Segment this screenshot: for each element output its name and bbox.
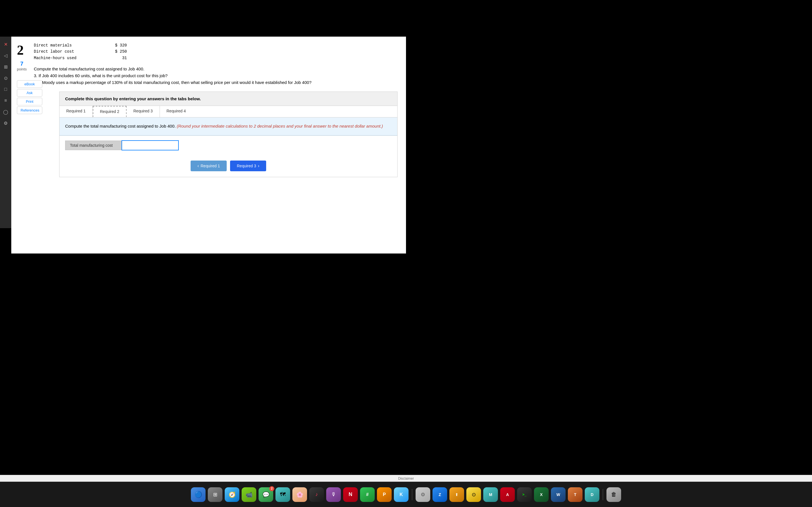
total-manufacturing-cost-input[interactable] (121, 140, 179, 151)
table-row: Direct labor cost $ 250 (34, 48, 398, 55)
ebook-button[interactable]: eBook (17, 80, 42, 88)
prev-arrow: ‹ (197, 163, 199, 168)
table-cell-value: $ 250 (104, 48, 127, 55)
points-section: 7 points (17, 61, 27, 71)
tab-required-1[interactable]: Required 1 (59, 106, 93, 117)
prev-button[interactable]: ‹ Required 1 (191, 161, 227, 171)
nav-buttons: ‹ Required 1 Required 3 › (59, 155, 397, 177)
tab-required-2[interactable]: Required 2 (93, 106, 127, 117)
question-line-1: Compute the total manufacturing cost ass… (34, 66, 398, 72)
back-icon[interactable]: ◁ (2, 52, 9, 59)
settings-icon[interactable]: ⚙ (2, 119, 9, 127)
question-panel-note: (Round your intermediate calculations to… (177, 124, 383, 128)
table-cell-value: 31 (104, 55, 127, 61)
data-table: Direct materials $ 320 Direct labor cost… (34, 42, 398, 61)
points-label: points (17, 67, 27, 71)
next-arrow: › (258, 163, 259, 168)
question-panel-main-text: Compute the total manufacturing cost ass… (65, 124, 175, 128)
top-bar (0, 0, 406, 37)
person-icon[interactable]: ◯ (2, 108, 9, 115)
main-content: 2 7 points Direct materials $ 320 Direct… (11, 37, 406, 253)
question-panel-main: Compute the total manufacturing cost ass… (65, 123, 392, 129)
book-icon[interactable]: □ (2, 86, 9, 93)
table-cell-value: $ 320 (104, 42, 127, 48)
question-panel: Compute the total manufacturing cost ass… (59, 117, 397, 135)
complete-instruction-box: Complete this question by entering your … (59, 92, 398, 106)
table-cell-label: Direct materials (34, 42, 101, 48)
grid-icon[interactable]: ⊞ (2, 63, 9, 70)
points-value: 7 (17, 61, 27, 67)
ask-button[interactable]: Ask (17, 89, 42, 97)
tab-required-3[interactable]: Required 3 (126, 106, 160, 117)
action-sidebar: eBook Ask Print References (17, 80, 42, 114)
tabs-container: Required 1 Required 2 Required 3 Require… (59, 106, 398, 177)
question-text: Compute the total manufacturing cost ass… (34, 66, 398, 86)
layers-icon[interactable]: ≡ (2, 97, 9, 104)
question-line-2: 3. If Job 400 includes 60 units, what is… (34, 72, 398, 79)
search-person-icon[interactable]: ⊙ (2, 74, 9, 82)
prev-label: Required 1 (201, 164, 220, 168)
content-wrapper: 2 7 points Direct materials $ 320 Direct… (11, 37, 406, 186)
answer-row: Total manufacturing cost (59, 135, 397, 155)
outer-sidebar: ✕ ◁ ⊞ ⊙ □ ≡ ◯ ⚙ (0, 37, 11, 228)
table-cell-label: Machine-hours used (34, 55, 101, 61)
close-icon[interactable]: ✕ (2, 41, 9, 48)
tabs-row: Required 1 Required 2 Required 3 Require… (59, 106, 397, 117)
complete-instruction-text: Complete this question by entering your … (65, 96, 201, 101)
table-row: Machine-hours used 31 (34, 55, 398, 61)
answer-label: Total manufacturing cost (65, 140, 121, 150)
question-number: 2 (17, 42, 24, 58)
question-line-3: 4. If Moody uses a markup percentage of … (34, 79, 398, 86)
table-cell-label: Direct labor cost (34, 48, 101, 55)
table-row: Direct materials $ 320 (34, 42, 398, 48)
tab-required-4[interactable]: Required 4 (160, 106, 193, 117)
print-button[interactable]: Print (17, 98, 42, 105)
next-button[interactable]: Required 3 › (230, 161, 266, 171)
next-label: Required 3 (237, 164, 256, 168)
references-button[interactable]: References (17, 107, 42, 114)
